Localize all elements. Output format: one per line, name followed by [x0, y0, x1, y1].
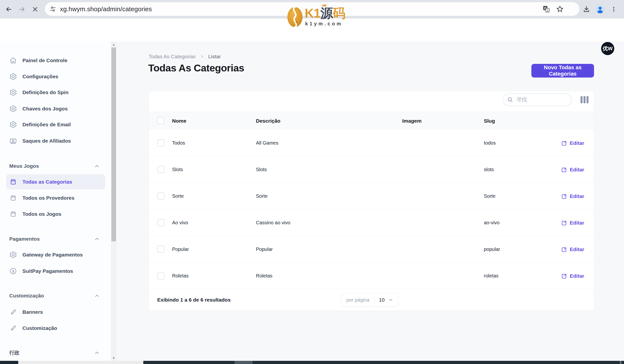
sidebar-item-label: Gateway de Pagamentos — [23, 252, 83, 258]
edit-button[interactable]: Editar — [561, 183, 584, 209]
downloads-button[interactable] — [581, 3, 592, 15]
gear-icon — [9, 73, 17, 80]
sidebar-section-meus-jogos[interactable]: Meus Jogos — [0, 160, 111, 172]
gear-icon — [9, 88, 17, 96]
edit-label: Editar — [570, 167, 584, 173]
search-input[interactable] — [516, 97, 565, 103]
browser-profile-button[interactable] — [594, 3, 606, 15]
forward-arrow-icon — [18, 6, 26, 13]
table-row: Roletas Roletas roletas Editar — [149, 262, 594, 289]
sidebar-section-admin[interactable]: 行政 — [0, 347, 111, 358]
watermark-logo: K1源码 k1ym.com — [286, 3, 351, 29]
browser-stop-button[interactable] — [29, 3, 41, 15]
bottom-strip-segment — [621, 361, 624, 364]
drawer-icon — [9, 194, 17, 202]
column-header-descricao[interactable]: Descrição — [256, 112, 280, 130]
breadcrumb-current: Listar — [208, 54, 221, 59]
sidebar-item-gateway-de-pagamentos[interactable]: Gateway de Pagamentos — [0, 247, 111, 263]
new-category-button[interactable]: Novo Todas as Categorias — [531, 64, 594, 78]
cell-nome: Todos — [172, 130, 185, 156]
row-checkbox[interactable] — [157, 192, 164, 200]
per-page-select[interactable]: 10 — [375, 293, 398, 307]
cell-nome: Ao vivo — [172, 209, 188, 236]
sidebar-item-todos-os-provedores[interactable]: Todos os Provedores — [0, 190, 111, 206]
cell-descricao: Popular — [256, 236, 273, 262]
table-search[interactable] — [503, 93, 572, 106]
sidebar-item-configuracoes[interactable]: Configurações — [0, 69, 111, 85]
scrollbar-thumb[interactable] — [111, 48, 116, 241]
sidebar-item-label: Banners — [23, 309, 43, 315]
user-avatar[interactable]: 优W — [601, 42, 614, 55]
categories-table-card: Nome Descrição Imagem Slug Todos All Gam… — [149, 91, 594, 311]
sidebar-section-pagamentos[interactable]: Pagamentos — [0, 233, 111, 245]
columns-icon[interactable] — [580, 95, 589, 104]
sidebar-item-todas-as-categorias[interactable]: Todas as Categorias — [6, 174, 105, 189]
breadcrumb-root[interactable]: Todas As Categorias — [149, 54, 196, 59]
site-settings-icon[interactable] — [49, 5, 56, 13]
cell-slug: roletas — [484, 262, 498, 289]
row-checkbox[interactable] — [157, 272, 164, 279]
url-text[interactable]: xg.hwym.shop/admin/categories — [60, 5, 152, 13]
browser-forward-button[interactable] — [16, 3, 28, 15]
bookmark-button[interactable] — [556, 5, 564, 13]
select-all-checkbox[interactable] — [157, 117, 164, 124]
download-icon — [583, 5, 590, 13]
row-checkbox[interactable] — [157, 166, 164, 173]
edit-icon — [561, 220, 567, 226]
logo-cn1-text: 源 — [320, 6, 333, 20]
browser-back-button[interactable] — [3, 3, 15, 15]
svg-text:$: $ — [12, 269, 14, 273]
column-header-nome[interactable]: Nome — [172, 112, 186, 130]
table-row: Ao vivo Cassino ao vivo ao-vivo Editar — [149, 209, 594, 236]
browser-menu-button[interactable] — [608, 3, 620, 15]
edit-icon — [561, 140, 567, 146]
edit-button[interactable]: Editar — [561, 236, 584, 262]
scroll-down-arrow[interactable]: ▼ — [111, 355, 117, 361]
sidebar-scrollbar[interactable]: ▲ ▼ — [111, 41, 117, 361]
edit-button[interactable]: Editar — [561, 209, 584, 236]
row-checkbox[interactable] — [157, 139, 164, 147]
table-row: Sorte Sorte Sorte Editar — [149, 183, 594, 209]
sidebar-section-customizacao[interactable]: Customização — [0, 290, 111, 301]
edit-label: Editar — [570, 246, 584, 252]
table-row: Slots Slots slots Editar — [149, 156, 594, 183]
sidebar-item-definicoes-do-spin[interactable]: Definições do Spin — [0, 84, 111, 101]
column-header-imagem[interactable]: Imagem — [402, 112, 421, 130]
bottom-scrollbar-thumb[interactable] — [18, 361, 143, 364]
star-icon — [556, 5, 564, 13]
cell-descricao: All Games — [256, 130, 278, 156]
cell-slug: Sorte — [484, 183, 495, 209]
edit-button[interactable]: Editar — [561, 156, 584, 183]
row-checkbox[interactable] — [157, 219, 164, 226]
back-arrow-icon — [5, 6, 12, 13]
sidebar-item-definicoes-de-email[interactable]: Definições de Email — [0, 117, 111, 133]
sidebar-item-customizacao[interactable]: Customização — [0, 320, 111, 336]
sidebar-item-label: Customização — [23, 325, 57, 331]
row-checkbox[interactable] — [157, 245, 164, 253]
table-row: Todos All Games todos Editar — [149, 130, 594, 156]
gear-icon — [9, 105, 17, 113]
sidebar-item-painel-de-controle[interactable]: Painel de Controle — [0, 52, 111, 69]
sidebar-item-suitpay-pagamentos[interactable]: $ SuitPay Pagamentos — [0, 263, 111, 279]
sidebar-item-banners[interactable]: Banners — [0, 304, 111, 320]
translate-button[interactable]: G 文 — [542, 5, 550, 13]
banknote-icon — [9, 137, 17, 145]
logo-domain-text: k1ym.com — [305, 21, 343, 26]
edit-label: Editar — [570, 140, 584, 146]
sidebar-item-saques-de-afiliados[interactable]: Saques de Afiliados — [0, 133, 111, 149]
gear-icon — [9, 121, 17, 129]
sidebar-item-todos-os-jogos[interactable]: Todos os Jogos — [0, 206, 111, 222]
scroll-up-arrow[interactable]: ▲ — [111, 41, 117, 47]
cell-nome: Sorte — [172, 183, 184, 209]
edit-button[interactable]: Editar — [561, 130, 584, 156]
bottom-strip-segment — [143, 361, 234, 364]
edit-button[interactable]: Editar — [561, 262, 584, 289]
per-page-control[interactable]: por página 10 — [341, 293, 398, 307]
sidebar-item-label: Todos os Provedores — [23, 195, 74, 201]
column-header-slug[interactable]: Slug — [484, 112, 495, 130]
sidebar-item-chaves-dos-jogos[interactable]: Chaves dos Jogos — [0, 101, 111, 117]
svg-text:文: 文 — [546, 9, 549, 12]
bottom-strip-segment — [253, 361, 620, 364]
sidebar-item-label: SuitPay Pagamentos — [23, 268, 73, 274]
drawer-icon — [9, 210, 17, 218]
